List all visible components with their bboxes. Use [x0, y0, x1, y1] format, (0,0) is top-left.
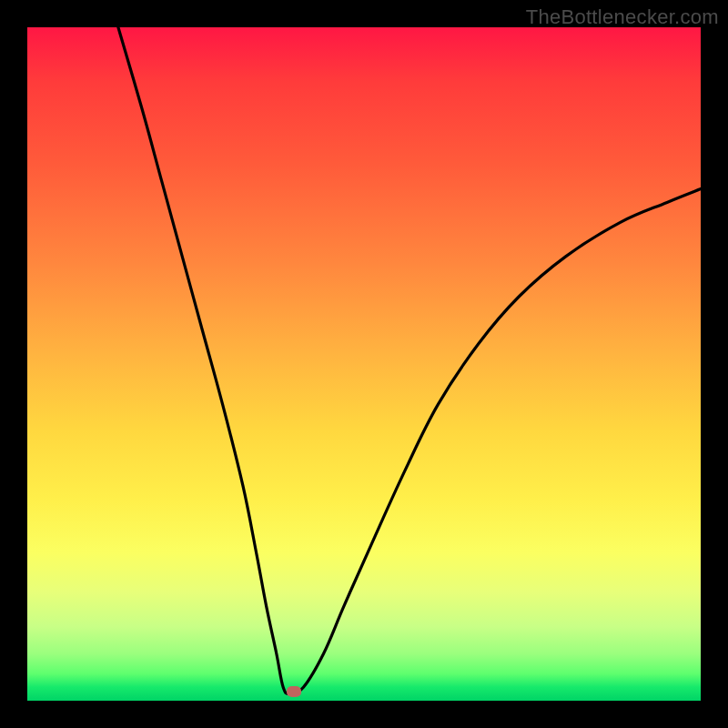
- curve-svg: [27, 27, 701, 701]
- plot-area: [27, 27, 701, 701]
- bottleneck-curve-path: [118, 27, 701, 694]
- attribution-label: TheBottlenecker.com: [526, 5, 719, 29]
- optimum-marker: [287, 686, 301, 697]
- chart-stage: TheBottlenecker.com: [0, 0, 728, 728]
